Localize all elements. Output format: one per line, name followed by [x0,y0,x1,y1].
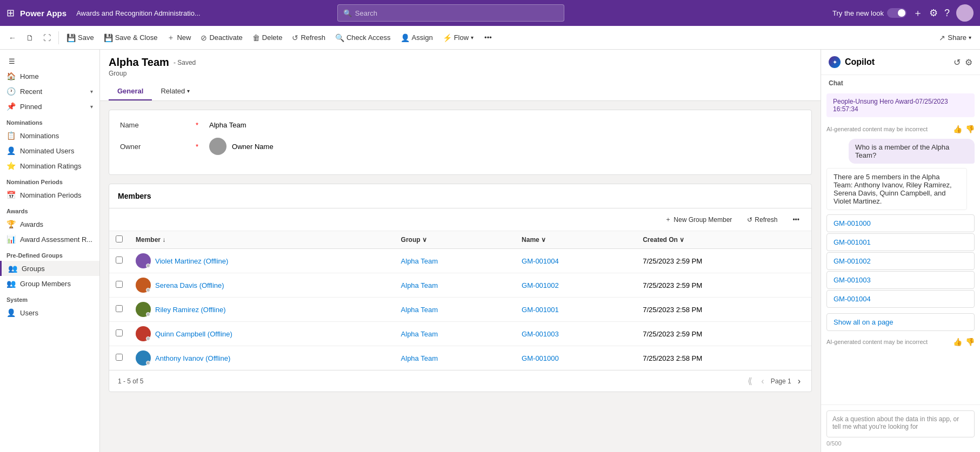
recent-chevron-icon: ▾ [90,89,93,95]
members-more-button[interactable]: ••• [787,214,805,226]
chat-history-item[interactable]: People-Unsung Hero Award-07/25/2023 16:5… [826,93,975,117]
sidebar-item-users-label: Users [20,309,38,317]
sidebar-item-nomination-periods[interactable]: 📅 Nomination Periods [0,187,99,203]
prev-page-button[interactable]: ‹ [759,375,766,387]
name-link[interactable]: GM-001004 [522,257,559,265]
settings-icon[interactable]: ⚙ [929,7,938,19]
member-link[interactable]: Quinn Campbell (Offline) [155,330,232,338]
back-button[interactable]: ← [4,31,21,44]
row-checkbox[interactable] [116,257,123,264]
copilot-link-link3[interactable]: GM-001002 [826,252,975,270]
search-input[interactable] [355,9,558,17]
copilot-link-link1[interactable]: GM-001000 [826,214,975,232]
name-cell: GM-001004 [515,249,636,273]
row-checkbox[interactable] [116,305,123,312]
member-link[interactable]: Violet Martinez (Offline) [155,257,228,265]
sidebar-item-group-members[interactable]: 👥 Group Members [0,276,99,291]
created-on-column-header[interactable]: Created On ∨ [636,231,811,249]
sidebar-item-nominated-users[interactable]: 👤 Nominated Users [0,143,99,158]
sidebar-item-pinned[interactable]: 📌 Pinned ▾ [0,99,99,114]
show-all-link[interactable]: Show all on a page [826,313,975,331]
new-group-member-button[interactable]: ＋ New Group Member [659,213,737,226]
expand-button[interactable]: ⛶ [39,31,55,44]
thumbs-up-button-1[interactable]: 👍 [953,125,962,133]
member-link[interactable]: Serena Davis (Offline) [155,281,224,289]
sidebar-item-groups[interactable]: 👥 Groups [0,261,99,276]
name-required: * [196,121,198,129]
ai-notice-2: AI-generated content may be incorrect 👍 … [826,336,975,347]
share-button[interactable]: ↗ Share ▾ [935,31,976,44]
new-group-member-label: New Group Member [674,216,732,224]
select-all-checkbox[interactable] [116,235,123,242]
member-link[interactable]: Riley Ramirez (Offline) [155,306,226,314]
group-link[interactable]: Alpha Team [401,257,438,265]
copilot-link-link2[interactable]: GM-001001 [826,233,975,251]
copilot-link-link4[interactable]: GM-001003 [826,271,975,289]
save-button[interactable]: 💾 Save [62,31,98,44]
pin-icon: 📌 [6,102,16,111]
sidebar-item-recent[interactable]: 🕐 Recent ▾ [0,84,99,99]
refresh-chat-icon[interactable]: ↺ [954,57,961,68]
copilot-input[interactable] [826,410,975,437]
thumbs-down-button-2[interactable]: 👎 [965,338,975,346]
sidebar-item-award-assessment[interactable]: 📊 Award Assessment R... [0,232,99,247]
more-button[interactable]: ••• [480,31,496,44]
page-icon-button[interactable]: 🗋 [22,31,38,44]
refresh-button[interactable]: ↺ Refresh [288,31,330,44]
grid-icon[interactable]: ⊞ [6,7,15,19]
member-link[interactable]: Anthony Ivanov (Offline) [155,354,230,362]
row-checkbox[interactable] [116,354,123,361]
member-column-header[interactable]: Member ↓ [129,231,395,249]
check-access-button[interactable]: 🔍 Check Access [331,31,395,44]
group-link[interactable]: Alpha Team [401,354,438,362]
save-close-button[interactable]: 💾 Save & Close [99,31,162,44]
member-cell: Quinn Campbell (Offline) [129,322,395,346]
help-icon[interactable]: ? [944,8,950,19]
name-link[interactable]: GM-001001 [522,306,559,314]
content-header: Alpha Team - Saved Group General Related… [100,50,821,101]
delete-button[interactable]: 🗑 Delete [248,31,287,44]
table-footer: 1 - 5 of 5 ⟪ ‹ Page 1 › [109,370,811,392]
user-avatar-sm [136,326,151,341]
refresh-label: Refresh [301,33,325,42]
name-link[interactable]: GM-001003 [522,330,559,338]
row-checkbox[interactable] [116,329,123,336]
sidebar-item-nomination-ratings[interactable]: ⭐ Nomination Ratings [0,158,99,173]
group-column-header[interactable]: Group ∨ [395,231,516,249]
new-button[interactable]: ＋ New [163,31,195,45]
sidebar-item-home[interactable]: 🏠 Home [0,69,99,84]
sidebar-menu-button[interactable]: ☰ [2,54,97,69]
flow-button[interactable]: ⚡ Flow ▾ [438,31,478,44]
group-link[interactable]: Alpha Team [401,330,438,338]
group-link[interactable]: Alpha Team [401,281,438,289]
chat-ai-response: There are 5 members in the Alpha Team: A… [826,168,967,210]
try-new-toggle[interactable] [887,8,906,18]
search-bar[interactable]: 🔍 [337,4,564,22]
user-avatar[interactable] [956,4,974,22]
add-icon[interactable]: ＋ [913,6,923,19]
members-refresh-button[interactable]: ↺ Refresh [742,214,783,226]
next-page-button[interactable]: › [796,375,803,387]
name-link[interactable]: GM-001000 [522,354,559,362]
name-link[interactable]: GM-001002 [522,281,559,289]
sidebar-item-users[interactable]: 👤 Users [0,305,99,320]
save-close-label: Save & Close [115,33,158,42]
sidebar-item-nominations[interactable]: 📋 Nominations [0,128,99,143]
row-checkbox[interactable] [116,281,123,288]
table-row: Violet Martinez (Offline) Alpha Team GM-… [109,249,811,273]
main-area: ☰ 🏠 Home 🕐 Recent ▾ 📌 Pinned ▾ Nominatio… [0,50,980,452]
check-access-icon: 🔍 [335,33,344,42]
assign-button[interactable]: 👤 Assign [396,31,437,44]
tab-general[interactable]: General [109,83,152,100]
toolbar: ← 🗋 ⛶ 💾 Save 💾 Save & Close ＋ New ⊘ Deac… [0,26,980,50]
copilot-settings-icon[interactable]: ⚙ [965,57,972,68]
first-page-button[interactable]: ⟪ [745,375,755,387]
thumbs-up-button-2[interactable]: 👍 [953,338,962,346]
sidebar-item-awards[interactable]: 🏆 Awards [0,217,99,232]
deactivate-button[interactable]: ⊘ Deactivate [196,31,246,44]
copilot-link-link5[interactable]: GM-001004 [826,290,975,308]
thumbs-down-button-1[interactable]: 👎 [965,125,975,133]
name-column-header[interactable]: Name ∨ [515,231,636,249]
group-link[interactable]: Alpha Team [401,306,438,314]
tab-related[interactable]: Related ▾ [152,83,198,100]
